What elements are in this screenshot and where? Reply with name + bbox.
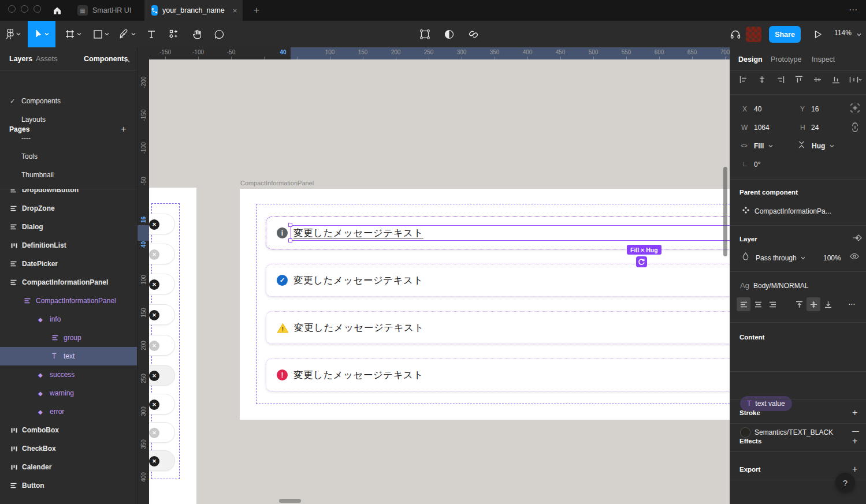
layer-row-text-selected[interactable]: T text [0,347,137,365]
x-value-field[interactable]: 40 [754,105,761,113]
shape-tool-button[interactable] [88,21,114,47]
layer-row-info-variant[interactable]: ◆ info [0,310,137,328]
text-valign-bottom-button[interactable] [821,297,835,311]
align-left-icon[interactable] [739,76,748,84]
tab-prototype[interactable]: Prototype [771,55,802,64]
w-value-field[interactable]: 1064 [754,124,770,132]
layer-row-compactinformationpanel[interactable]: CompactInformationPanel [0,273,137,292]
traffic-light-minimize[interactable] [21,5,28,13]
chevron-up-icon[interactable] [125,57,130,65]
audio-button[interactable] [724,21,746,47]
pen-tool-button[interactable] [114,21,141,47]
create-link-button[interactable] [461,21,485,47]
layer-row-warning-variant[interactable]: ◆ warning [0,384,137,402]
chevron-down-icon[interactable] [801,256,805,260]
zoom-control[interactable]: 114% [834,29,861,37]
move-tool-button[interactable] [28,21,55,47]
layer-row-calender[interactable]: Calender [0,458,137,476]
share-button[interactable]: Share [769,26,801,43]
home-button[interactable] [49,4,66,17]
vertical-scrollbar[interactable] [723,167,727,256]
chevron-down-icon[interactable] [768,144,773,148]
layer-row-success-variant[interactable]: ◆ success [0,365,137,384]
message-text[interactable]: 変更したメッセージテキスト [293,369,423,382]
rotation-field[interactable]: 0° [754,160,760,169]
hand-tool-button[interactable] [186,21,207,47]
traffic-light-zoom[interactable] [34,5,41,13]
distribute-icon[interactable] [849,76,862,84]
align-h-center-icon[interactable] [758,76,766,84]
text-valign-middle-button[interactable] [806,297,820,311]
layer-row-error-variant[interactable]: ◆ error [0,402,137,421]
layer-row-dropzone[interactable]: DropZone [0,199,137,218]
comment-tool-button[interactable] [208,21,230,47]
tab-branch[interactable]: your_branch_name × [144,0,243,21]
type-more-button[interactable]: ⋯ [848,300,856,308]
text-align-left-button[interactable] [737,297,750,311]
text-align-center-button[interactable] [751,297,765,311]
v-sizing-dropdown[interactable]: Hug [812,142,825,150]
present-button[interactable] [808,21,828,47]
opacity-field[interactable]: 100% [823,254,841,262]
layer-row-combobox[interactable]: ComboBox [0,421,137,439]
constrain-proportions-icon[interactable] [852,122,858,132]
canvas-viewport[interactable]: ✕ ✕ ✕ ✕ ✕ ✕ ✕ ✕ ✕ CompactInformationPane… [137,47,730,504]
add-export-button[interactable]: + [852,464,857,475]
tab-assets[interactable]: Assets [36,55,58,63]
main-menu-button[interactable] [0,21,27,47]
tab-smarthr-ui[interactable]: ▦ SmartHR UI [70,0,138,21]
traffic-light-close[interactable] [8,5,16,13]
h-sizing-dropdown[interactable]: Fill [754,142,764,150]
mask-button[interactable] [437,21,461,47]
layer-row-group[interactable]: group [0,328,137,347]
error-message-card[interactable]: ! 変更したメッセージテキスト [266,359,730,391]
page-item-components[interactable]: ✓ Components [0,92,137,110]
tab-inspect[interactable]: Inspect [812,55,835,64]
align-top-icon[interactable] [795,76,803,84]
current-page-title[interactable]: Components [84,55,128,63]
align-v-center-icon[interactable] [813,76,822,84]
user-avatar[interactable] [746,27,761,42]
page-item-layouts[interactable]: Layouts [0,111,137,128]
layer-row-dialog[interactable]: Dialog [0,218,137,236]
edit-object-button[interactable] [411,21,438,47]
parent-component-name[interactable]: CompactInformationPa... [755,207,831,215]
new-tab-button[interactable]: + [250,3,263,17]
layer-row-datepicker[interactable]: DatePicker [0,255,137,273]
message-text[interactable]: 変更したメッセージテキスト [293,274,423,287]
align-right-icon[interactable] [776,76,785,84]
page-item-thumbnail[interactable]: Thumbnail [0,166,137,184]
y-value-field[interactable]: 16 [811,105,819,113]
frame-name-label[interactable]: CompactInformationPanel [240,180,314,186]
selection-handle[interactable] [288,238,292,242]
text-style-name[interactable]: Body/M/NORMAL [753,282,808,290]
add-stroke-button[interactable]: + [852,408,857,418]
warning-message-card[interactable]: ! 変更したメッセージテキスト [266,311,730,344]
help-button[interactable]: ? [835,473,855,492]
text-valign-top-button[interactable] [792,297,806,311]
position-crosshair-icon[interactable] [850,103,860,113]
message-text[interactable]: 変更したメッセージテキスト [294,322,424,334]
resources-button[interactable] [164,21,184,47]
text-align-right-button[interactable] [765,297,779,311]
autolayout-icon[interactable] [636,256,647,267]
layer-row-checkbox[interactable]: CheckBox [0,439,137,458]
add-effect-button[interactable]: + [852,436,857,446]
go-to-style-icon[interactable] [852,234,862,242]
layer-row-definitionlist[interactable]: DefinitionList [0,236,137,255]
selection-handle[interactable] [288,223,292,227]
blend-mode-dropdown[interactable]: Pass through [756,254,797,262]
page-item-separator[interactable]: ---- [0,129,137,147]
align-bottom-icon[interactable] [832,76,840,84]
color-style-name[interactable]: Semantics/TEXT_BLACK [755,428,833,436]
layer-row-compactinformationpanel-instance[interactable]: CompactInformationPanel [0,292,137,310]
color-swatch[interactable] [741,428,750,437]
tab-design[interactable]: Design [738,55,763,64]
remove-fill-button[interactable]: — [852,427,859,435]
frame-tool-button[interactable] [60,21,87,47]
close-tab-icon[interactable]: × [233,6,237,15]
horizontal-scrollbar[interactable] [279,499,301,503]
window-more-icon[interactable]: ⋯ [849,5,858,15]
layer-row-dropdownbutton[interactable]: DropdownButton [0,189,137,199]
success-message-card[interactable]: ✓ 変更したメッセージテキスト [266,264,730,297]
